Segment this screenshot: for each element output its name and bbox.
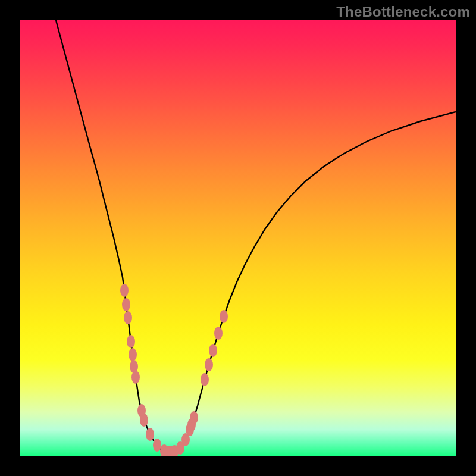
data-marker — [140, 414, 148, 427]
data-marker — [122, 298, 130, 311]
chart-frame — [20, 20, 456, 456]
left-branch-markers-group — [120, 284, 161, 452]
data-marker — [129, 348, 137, 361]
chart-svg — [20, 20, 456, 456]
data-marker — [124, 311, 132, 324]
data-marker — [214, 327, 223, 340]
data-marker — [120, 284, 129, 297]
data-marker — [153, 439, 161, 452]
data-marker — [205, 358, 213, 371]
data-marker — [146, 428, 154, 441]
right-branch-markers-group — [160, 310, 228, 456]
watermark: TheBottleneck.com — [336, 4, 470, 20]
data-marker — [127, 335, 135, 348]
data-marker — [201, 373, 209, 386]
data-marker — [190, 411, 198, 424]
data-marker — [131, 371, 140, 384]
data-marker — [220, 310, 228, 323]
data-marker — [209, 344, 217, 357]
bottleneck-curve — [56, 20, 456, 452]
